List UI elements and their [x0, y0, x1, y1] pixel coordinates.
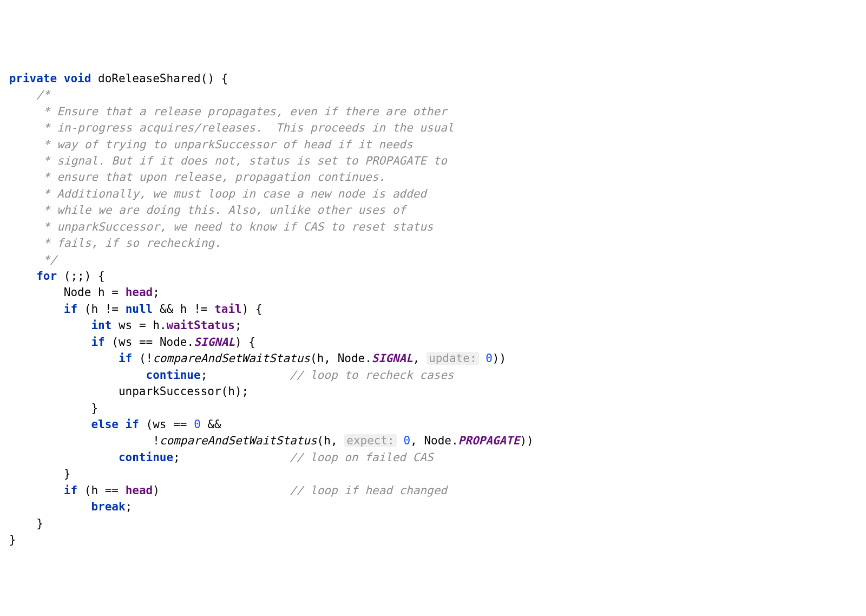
punct: } [36, 517, 43, 530]
punct: . [451, 434, 458, 447]
op: == [173, 418, 187, 431]
comment-inline: // loop if head changed [290, 484, 447, 497]
var: ws [119, 336, 132, 349]
punct: { [248, 336, 255, 349]
punct: ) [520, 434, 527, 447]
punct: } [9, 533, 16, 546]
comment-close: */ [2, 253, 57, 266]
punct: { [255, 303, 263, 316]
punct: ( [64, 270, 71, 283]
field-waitstatus: waitStatus [167, 319, 235, 332]
op: != [194, 303, 207, 316]
op: && [207, 418, 221, 431]
punct: ) [153, 484, 160, 497]
comment-line: * Ensure that a release propagates, even… [2, 105, 447, 118]
method-cas: compareAndSetWaitStatus [160, 434, 317, 447]
comment-open: /* [36, 88, 50, 101]
number-zero: 0 [403, 434, 410, 447]
method-name: doReleaseShared [98, 72, 201, 85]
punct: ( [84, 484, 91, 497]
punct: ) [493, 352, 500, 365]
comment-line: * ensure that upon release, propagation … [2, 171, 385, 184]
op: != [105, 303, 119, 316]
type-name: Node [424, 434, 451, 447]
keyword-if: if [64, 484, 77, 497]
comment-line: * signal. But if it does not, status is … [2, 154, 447, 167]
keyword-null: null [126, 303, 153, 316]
field-head: head [126, 484, 153, 497]
op: ! [153, 434, 160, 447]
punct: . [365, 352, 372, 365]
keyword-void: void [64, 72, 91, 85]
keyword-else: else [91, 418, 119, 431]
keyword-if: if [119, 352, 132, 365]
code-block: private void doReleaseShared() { /* * En… [2, 70, 864, 548]
punct: . [187, 336, 194, 349]
punct: ; [235, 319, 242, 332]
keyword-continue: continue [146, 369, 201, 382]
punct: ) [500, 352, 507, 365]
op: == [105, 484, 119, 497]
punct: } [91, 402, 98, 415]
var: h [180, 303, 187, 316]
punct: ( [221, 385, 228, 398]
punct: ) [527, 434, 534, 447]
constant-signal: SIGNAL [194, 336, 235, 349]
var: h [153, 319, 160, 332]
var: h [91, 484, 98, 497]
punct: ( [111, 336, 119, 349]
inlay-hint-update: update: [427, 352, 479, 365]
keyword-if: if [64, 303, 77, 316]
punct: { [98, 270, 105, 283]
constant-signal: SIGNAL [372, 352, 413, 365]
comment-line: * unparkSuccessor, we need to know if CA… [2, 220, 434, 233]
var: ws [153, 418, 166, 431]
field-head: head [126, 286, 153, 299]
punct: ; [173, 451, 180, 464]
punct: . [160, 319, 167, 332]
punct: ) [84, 270, 91, 283]
type-name: Node [160, 336, 187, 349]
method-cas: compareAndSetWaitStatus [153, 352, 310, 365]
punct: ( [317, 434, 324, 447]
method-unpark: unparkSuccessor [119, 385, 221, 398]
keyword-break: break [91, 500, 125, 513]
comment-inline: // loop on failed CAS [290, 451, 434, 464]
comment-line: * fails, if so rechecking. [2, 237, 221, 250]
var: h [91, 303, 98, 316]
var: h [324, 434, 331, 447]
punct: , [413, 352, 420, 365]
punct: , [324, 352, 331, 365]
punct: ( [201, 72, 208, 85]
keyword-private: private [9, 72, 57, 85]
number-zero: 0 [486, 352, 493, 365]
var: h [228, 385, 235, 398]
punct: ) [207, 72, 214, 85]
punct: } [64, 467, 71, 480]
comment-inline: // loop to recheck cases [290, 369, 454, 382]
keyword-if: if [126, 418, 139, 431]
punct: ( [84, 303, 91, 316]
op: == [139, 336, 153, 349]
comment-line: * in-progress acquires/releases. This pr… [2, 121, 454, 134]
punct: ) [235, 336, 242, 349]
punct: { [221, 72, 228, 85]
punct: ; [201, 369, 208, 382]
punct: ;; [70, 270, 84, 283]
constant-propagate: PROPAGATE [458, 434, 520, 447]
punct: ) [235, 385, 242, 398]
punct: ( [139, 352, 146, 365]
var: ws [119, 319, 132, 332]
inlay-hint-expect: expect: [344, 434, 397, 447]
var: h [98, 286, 105, 299]
op: && [160, 303, 173, 316]
punct: ; [126, 500, 133, 513]
field-tail: tail [214, 303, 242, 316]
punct: = [111, 286, 119, 299]
keyword-for: for [36, 270, 57, 283]
comment-line: * while we are doing this. Also, unlike … [2, 204, 406, 217]
punct: , [410, 434, 417, 447]
keyword-continue: continue [119, 451, 173, 464]
punct: ) [242, 303, 249, 316]
keyword-if: if [91, 336, 104, 349]
